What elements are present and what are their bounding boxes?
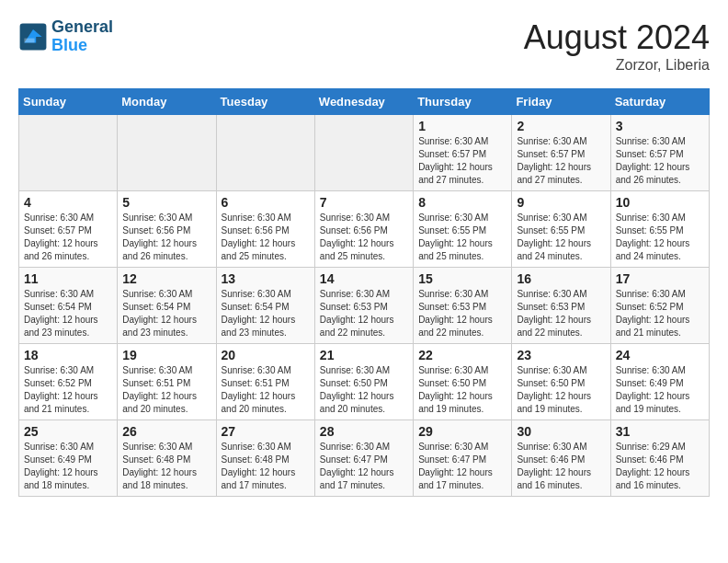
- cell-info: Sunrise: 6:30 AMSunset: 6:53 PMDaylight:…: [517, 288, 605, 339]
- day-number: 5: [122, 195, 210, 210]
- day-number: 10: [616, 195, 704, 210]
- cell-info: Sunrise: 6:30 AMSunset: 6:52 PMDaylight:…: [24, 364, 112, 416]
- weekday-header: Sunday: [19, 89, 118, 115]
- cell-info: Sunrise: 6:30 AMSunset: 6:56 PMDaylight:…: [122, 212, 210, 263]
- calendar-cell: 27Sunrise: 6:30 AMSunset: 6:48 PMDayligh…: [216, 420, 314, 497]
- day-number: 19: [122, 348, 210, 362]
- day-number: 12: [122, 271, 210, 286]
- calendar-cell: 31Sunrise: 6:29 AMSunset: 6:46 PMDayligh…: [610, 420, 709, 497]
- day-number: 31: [616, 424, 704, 439]
- calendar-cell: 6Sunrise: 6:30 AMSunset: 6:56 PMDaylight…: [216, 191, 314, 268]
- calendar-cell: 29Sunrise: 6:30 AMSunset: 6:47 PMDayligh…: [414, 420, 512, 497]
- day-number: 18: [24, 348, 112, 362]
- day-number: 2: [517, 119, 605, 133]
- day-number: 25: [24, 424, 112, 439]
- day-number: 4: [24, 195, 112, 210]
- calendar-cell: 9Sunrise: 6:30 AMSunset: 6:55 PMDaylight…: [512, 191, 610, 268]
- cell-info: Sunrise: 6:30 AMSunset: 6:46 PMDaylight:…: [517, 441, 605, 492]
- calendar-cell: [19, 115, 118, 191]
- cell-info: Sunrise: 6:30 AMSunset: 6:55 PMDaylight:…: [616, 212, 704, 263]
- cell-info: Sunrise: 6:30 AMSunset: 6:56 PMDaylight:…: [320, 212, 408, 263]
- month-title: August 2024: [524, 18, 710, 57]
- calendar-cell: 18Sunrise: 6:30 AMSunset: 6:52 PMDayligh…: [19, 344, 118, 420]
- logo-line1: General: [51, 18, 113, 37]
- day-number: 24: [616, 348, 704, 362]
- cell-info: Sunrise: 6:30 AMSunset: 6:49 PMDaylight:…: [616, 364, 704, 416]
- calendar-cell: 7Sunrise: 6:30 AMSunset: 6:56 PMDaylight…: [314, 191, 413, 268]
- cell-info: Sunrise: 6:30 AMSunset: 6:49 PMDaylight:…: [24, 441, 112, 492]
- logo: General Blue: [18, 18, 113, 55]
- calendar-cell: 30Sunrise: 6:30 AMSunset: 6:46 PMDayligh…: [512, 420, 610, 497]
- day-number: 17: [616, 271, 704, 286]
- weekday-header: Saturday: [610, 89, 709, 115]
- calendar-cell: 4Sunrise: 6:30 AMSunset: 6:57 PMDaylight…: [19, 191, 118, 268]
- title-block: August 2024 Zorzor, Liberia: [524, 18, 710, 74]
- cell-info: Sunrise: 6:30 AMSunset: 6:57 PMDaylight:…: [517, 135, 605, 187]
- calendar-cell: 26Sunrise: 6:30 AMSunset: 6:48 PMDayligh…: [118, 420, 216, 497]
- calendar-cell: 14Sunrise: 6:30 AMSunset: 6:53 PMDayligh…: [314, 268, 413, 344]
- cell-info: Sunrise: 6:30 AMSunset: 6:48 PMDaylight:…: [122, 441, 210, 492]
- day-number: 22: [418, 348, 506, 362]
- location: Zorzor, Liberia: [524, 57, 710, 74]
- calendar-week-row: 1Sunrise: 6:30 AMSunset: 6:57 PMDaylight…: [19, 115, 710, 191]
- calendar-week-row: 4Sunrise: 6:30 AMSunset: 6:57 PMDaylight…: [19, 191, 710, 268]
- calendar-cell: 17Sunrise: 6:30 AMSunset: 6:52 PMDayligh…: [610, 268, 709, 344]
- day-number: 8: [418, 195, 506, 210]
- day-number: 9: [517, 195, 605, 210]
- calendar-cell: 5Sunrise: 6:30 AMSunset: 6:56 PMDaylight…: [118, 191, 216, 268]
- cell-info: Sunrise: 6:30 AMSunset: 6:53 PMDaylight:…: [418, 288, 506, 339]
- day-number: 28: [320, 424, 408, 439]
- day-number: 27: [222, 424, 310, 439]
- cell-info: Sunrise: 6:30 AMSunset: 6:50 PMDaylight:…: [320, 364, 408, 416]
- weekday-header: Monday: [118, 89, 216, 115]
- cell-info: Sunrise: 6:30 AMSunset: 6:57 PMDaylight:…: [616, 135, 704, 187]
- cell-info: Sunrise: 6:30 AMSunset: 6:50 PMDaylight:…: [418, 364, 506, 416]
- day-number: 1: [418, 119, 506, 133]
- cell-info: Sunrise: 6:30 AMSunset: 6:54 PMDaylight:…: [122, 288, 210, 339]
- calendar-cell: 1Sunrise: 6:30 AMSunset: 6:57 PMDaylight…: [414, 115, 512, 191]
- calendar-cell: 15Sunrise: 6:30 AMSunset: 6:53 PMDayligh…: [414, 268, 512, 344]
- day-number: 30: [517, 424, 605, 439]
- weekday-header: Thursday: [414, 89, 512, 115]
- calendar-week-row: 11Sunrise: 6:30 AMSunset: 6:54 PMDayligh…: [19, 268, 710, 344]
- calendar-week-row: 25Sunrise: 6:30 AMSunset: 6:49 PMDayligh…: [19, 420, 710, 497]
- calendar-cell: 11Sunrise: 6:30 AMSunset: 6:54 PMDayligh…: [19, 268, 118, 344]
- day-number: 26: [122, 424, 210, 439]
- calendar-cell: 28Sunrise: 6:30 AMSunset: 6:47 PMDayligh…: [314, 420, 413, 497]
- cell-info: Sunrise: 6:30 AMSunset: 6:55 PMDaylight:…: [418, 212, 506, 263]
- day-number: 29: [418, 424, 506, 439]
- calendar-cell: 23Sunrise: 6:30 AMSunset: 6:50 PMDayligh…: [512, 344, 610, 420]
- day-number: 16: [517, 271, 605, 286]
- cell-info: Sunrise: 6:30 AMSunset: 6:54 PMDaylight:…: [222, 288, 310, 339]
- calendar-cell: 22Sunrise: 6:30 AMSunset: 6:50 PMDayligh…: [414, 344, 512, 420]
- calendar-cell: 12Sunrise: 6:30 AMSunset: 6:54 PMDayligh…: [118, 268, 216, 344]
- day-number: 3: [616, 119, 704, 133]
- cell-info: Sunrise: 6:30 AMSunset: 6:47 PMDaylight:…: [320, 441, 408, 492]
- calendar-cell: 24Sunrise: 6:30 AMSunset: 6:49 PMDayligh…: [610, 344, 709, 420]
- cell-info: Sunrise: 6:30 AMSunset: 6:48 PMDaylight:…: [222, 441, 310, 492]
- calendar-cell: [314, 115, 413, 191]
- day-number: 6: [222, 195, 310, 210]
- calendar-cell: 10Sunrise: 6:30 AMSunset: 6:55 PMDayligh…: [610, 191, 709, 268]
- logo-icon: [18, 22, 48, 52]
- weekday-header: Friday: [512, 89, 610, 115]
- day-number: 21: [320, 348, 408, 362]
- weekday-header: Wednesday: [314, 89, 413, 115]
- cell-info: Sunrise: 6:30 AMSunset: 6:55 PMDaylight:…: [517, 212, 605, 263]
- calendar-cell: 16Sunrise: 6:30 AMSunset: 6:53 PMDayligh…: [512, 268, 610, 344]
- calendar-cell: [216, 115, 314, 191]
- cell-info: Sunrise: 6:30 AMSunset: 6:57 PMDaylight:…: [418, 135, 506, 187]
- calendar-cell: [118, 115, 216, 191]
- svg-rect-2: [24, 38, 34, 42]
- calendar-cell: 2Sunrise: 6:30 AMSunset: 6:57 PMDaylight…: [512, 115, 610, 191]
- calendar-table: SundayMondayTuesdayWednesdayThursdayFrid…: [18, 88, 710, 497]
- calendar-cell: 21Sunrise: 6:30 AMSunset: 6:50 PMDayligh…: [314, 344, 413, 420]
- cell-info: Sunrise: 6:30 AMSunset: 6:54 PMDaylight:…: [24, 288, 112, 339]
- calendar-cell: 3Sunrise: 6:30 AMSunset: 6:57 PMDaylight…: [610, 115, 709, 191]
- day-number: 7: [320, 195, 408, 210]
- day-number: 14: [320, 271, 408, 286]
- cell-info: Sunrise: 6:30 AMSunset: 6:51 PMDaylight:…: [122, 364, 210, 416]
- cell-info: Sunrise: 6:30 AMSunset: 6:50 PMDaylight:…: [517, 364, 605, 416]
- weekday-header-row: SundayMondayTuesdayWednesdayThursdayFrid…: [19, 89, 710, 115]
- calendar-cell: 19Sunrise: 6:30 AMSunset: 6:51 PMDayligh…: [118, 344, 216, 420]
